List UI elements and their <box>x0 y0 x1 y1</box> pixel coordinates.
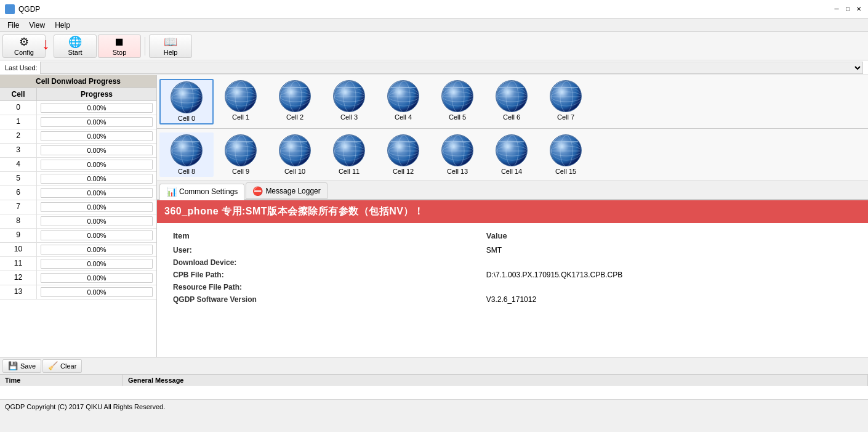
col-progress-header: Progress <box>37 88 156 100</box>
table-row: 5 0.00% <box>0 172 156 186</box>
svg-point-71 <box>341 142 346 147</box>
cell-icon-cell-0[interactable]: Cell 0 <box>159 79 214 124</box>
table-row: 3 0.00% <box>0 144 156 158</box>
cell-icon-cell-8[interactable]: Cell 8 <box>159 132 214 177</box>
log-time-header: Time <box>0 375 123 386</box>
menu-file[interactable]: File <box>2 20 24 31</box>
col-cell-header: Cell <box>0 88 37 100</box>
svg-point-17 <box>287 88 292 93</box>
cell-number: 0 <box>0 101 37 115</box>
cell-icon-cell-14[interactable]: Cell 14 <box>484 132 539 177</box>
cell-globe <box>387 80 419 112</box>
cell-number: 6 <box>0 186 37 200</box>
save-label: Save <box>20 362 36 370</box>
cell-icon-cell-2[interactable]: Cell 2 <box>268 79 322 124</box>
message-icon: ⛔ <box>252 186 263 196</box>
info-panel: Item Value User: SMT Download Device: CP… <box>157 223 868 357</box>
progress-bar: 0.00% <box>41 287 153 297</box>
start-icon: 🌐 <box>68 36 82 47</box>
copyright-bar: QGDP Copyright (C) 2017 QIKU All Rights … <box>0 399 868 413</box>
menu-help[interactable]: Help <box>50 20 75 31</box>
tabs-bar: 📊 Common Settings ⛔ Message Logger <box>157 181 868 200</box>
cell-icon-cell-7[interactable]: Cell 7 <box>539 79 593 124</box>
cell-globe <box>171 81 203 113</box>
config-icon: ⚙ <box>19 36 29 47</box>
chart-icon: 📊 <box>166 187 177 197</box>
start-button[interactable]: 🌐 Start <box>54 35 97 58</box>
cell-icon-cell-13[interactable]: Cell 13 <box>430 132 484 177</box>
cell-number: 4 <box>0 158 37 171</box>
last-used-label: Last Used: <box>5 64 38 71</box>
cell-globe <box>279 80 311 112</box>
cell-globe <box>441 134 473 166</box>
table-row: 13 0.00% <box>0 285 156 300</box>
info-item: CPB File Path: <box>167 269 480 281</box>
last-used-select[interactable] <box>40 62 863 74</box>
cell-label: Cell 13 <box>447 168 468 175</box>
cell-globe <box>550 134 582 166</box>
cell-icon-cell-10[interactable]: Cell 10 <box>268 132 322 177</box>
tab-common-settings-label: Common Settings <box>179 187 238 196</box>
tab-message-logger-label: Message Logger <box>265 187 320 195</box>
cell-download-header: Cell Donwload Progress <box>0 75 156 88</box>
config-button[interactable]: ⚙ Config <box>2 35 46 58</box>
app-title: QGDP <box>18 5 40 14</box>
svg-point-89 <box>504 142 508 147</box>
warning-banner: 360_phone 专用:SMT版本会擦除所有参数（包括NV）！ <box>157 200 868 223</box>
table-row: 2 0.00% <box>0 129 156 144</box>
info-value <box>480 256 858 269</box>
close-button[interactable]: ✕ <box>854 5 863 14</box>
stop-icon: ⏹ <box>114 36 125 47</box>
copyright-text: QGDP Copyright (C) 2017 QIKU All Rights … <box>5 403 165 410</box>
svg-point-29 <box>395 88 400 93</box>
cell-globe <box>225 134 257 166</box>
svg-point-5 <box>179 89 183 94</box>
svg-point-53 <box>179 142 183 147</box>
cell-icon-cell-15[interactable]: Cell 15 <box>539 132 593 177</box>
menu-view[interactable]: View <box>24 20 50 31</box>
progress-bar: 0.00% <box>41 174 153 184</box>
help-button[interactable]: 📖 Help <box>149 35 192 58</box>
minimize-button[interactable]: ─ <box>832 5 841 14</box>
cell-icons-bottom-row: Cell 8 <box>157 129 868 181</box>
cell-number: 1 <box>0 115 37 129</box>
cell-number: 13 <box>0 285 37 299</box>
info-value: SMT <box>480 244 858 256</box>
info-row: QGDP Software Version V3.2.6_171012 <box>167 293 858 306</box>
cell-label: Cell 14 <box>501 168 522 175</box>
svg-point-59 <box>233 142 238 147</box>
help-icon: 📖 <box>164 36 177 47</box>
cell-icon-cell-3[interactable]: Cell 3 <box>322 79 376 124</box>
log-area: Time General Message <box>0 374 868 399</box>
cell-icon-cell-12[interactable]: Cell 12 <box>376 132 430 177</box>
tab-common-settings[interactable]: 📊 Common Settings <box>159 184 244 200</box>
info-col-item: Item <box>167 229 480 244</box>
progress-bar: 0.00% <box>41 230 153 240</box>
cell-icon-cell-5[interactable]: Cell 5 <box>430 79 484 124</box>
cell-icons-top-row: Cell 0 <box>157 75 868 129</box>
clear-button[interactable]: 🧹 Clear <box>42 359 82 373</box>
progress-bar: 0.00% <box>41 131 153 141</box>
tab-message-logger[interactable]: ⛔ Message Logger <box>246 182 327 199</box>
svg-point-65 <box>287 142 292 147</box>
svg-point-83 <box>449 142 454 147</box>
cell-label: Cell 8 <box>178 168 195 175</box>
cell-label: Cell 1 <box>232 113 249 121</box>
cell-icon-cell-4[interactable]: Cell 4 <box>376 79 430 124</box>
table-row: 12 0.00% <box>0 271 156 285</box>
cell-globe <box>441 80 473 112</box>
cell-globe <box>496 80 528 112</box>
cell-icon-cell-6[interactable]: Cell 6 <box>484 79 539 124</box>
cell-icon-cell-11[interactable]: Cell 11 <box>322 132 376 177</box>
cell-icon-cell-1[interactable]: Cell 1 <box>214 79 268 124</box>
cell-label: Cell 4 <box>395 113 412 121</box>
cell-label: Cell 10 <box>284 168 305 175</box>
cell-icon-cell-9[interactable]: Cell 9 <box>214 132 268 177</box>
stop-button[interactable]: ⏹ Stop <box>98 35 141 58</box>
info-row: User: SMT <box>167 244 858 256</box>
cell-label: Cell 5 <box>449 113 466 121</box>
maximize-button[interactable]: □ <box>843 5 852 14</box>
toolbar-separator <box>145 37 145 55</box>
save-button[interactable]: 💾 Save <box>2 359 41 373</box>
save-icon: 💾 <box>8 361 18 370</box>
